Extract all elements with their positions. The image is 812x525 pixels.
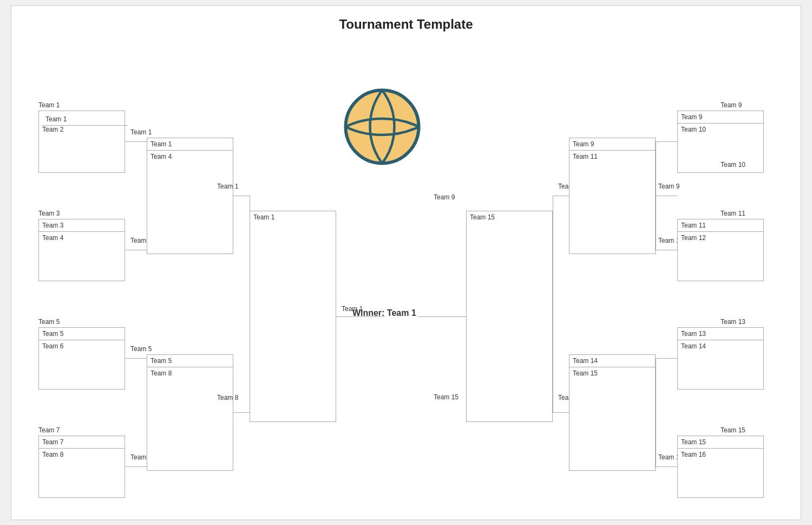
lr1b4-bot: Team 8	[39, 449, 125, 461]
seed-label-t13: Team 13	[721, 318, 745, 326]
page-title: Tournament Template	[22, 17, 790, 32]
basketball-icon	[342, 86, 423, 167]
right-r1-box-4: Team 15 Team 16	[677, 436, 764, 498]
conn-r2-v	[553, 196, 553, 412]
seed-label-t1: Team 1	[38, 101, 60, 109]
lr3b-top: Team 1	[250, 211, 336, 223]
lr2b1-top: Team 1	[147, 138, 233, 151]
lr1b2-bot: Team 4	[39, 232, 125, 244]
seed-label-t9: Team 9	[721, 101, 742, 109]
lr2-label-1: Team 1	[130, 128, 152, 136]
rr3b-top: Team 15	[467, 211, 552, 223]
lr1b4-top: Team 7	[39, 436, 125, 449]
conn-l1-4	[125, 466, 147, 467]
rr1-label-t9: Team 9	[658, 183, 679, 190]
rr1b2-top: Team 11	[678, 219, 763, 232]
lr2-label-3: Team 5	[130, 345, 152, 353]
left-r2-box-2: Team 5 Team 8	[147, 354, 233, 471]
seed-label-t7: Team 7	[38, 426, 60, 434]
lr1b3-bot: Team 6	[39, 340, 125, 352]
left-r1-box-2: Team 3 Team 4	[38, 219, 125, 281]
conn-r2-2	[553, 412, 569, 413]
bracket-container: Tournament Template Team 1 Team 2 Team 3…	[11, 5, 801, 520]
lr3-label-bot: Team 8	[217, 394, 238, 401]
left-r1-box-3: Team 5 Team 6	[38, 327, 125, 390]
seed-label-t10: Team 10	[721, 161, 745, 168]
rr1b2-bot: Team 12	[678, 232, 763, 244]
rr2b1-top: Team 9	[569, 138, 655, 151]
conn-l1-3	[125, 358, 147, 359]
rr2b2-bot: Team 15	[569, 367, 655, 379]
rr1b4-bot: Team 16	[678, 449, 763, 461]
conn-l1-2	[125, 250, 147, 250]
lr2b1-bot: Team 4	[147, 151, 233, 163]
seed-label-t3: Team 3	[38, 210, 60, 217]
conn-r2-1	[553, 196, 569, 196]
rr1b1-bot: Team 10	[678, 124, 763, 135]
seed-label-t15: Team 15	[721, 426, 745, 434]
lr3-label: Team 1	[217, 183, 238, 190]
conn-l2-1	[233, 196, 250, 196]
left-r1-box-4: Team 7 Team 8	[38, 436, 125, 498]
lr1b2-top: Team 3	[39, 219, 125, 232]
bracket-area: Team 1 Team 2 Team 3 Team 4 Team 5 Team …	[22, 43, 790, 509]
rr2b2-top: Team 14	[569, 355, 655, 367]
right-r1-box-3: Team 13 Team 14	[677, 327, 764, 390]
rr1b4-top: Team 15	[678, 436, 763, 449]
left-r3-box: Team 1	[250, 211, 336, 422]
conn-l1-1	[125, 141, 147, 142]
rr1b3-top: Team 13	[678, 328, 763, 340]
conn-rr1-4	[656, 466, 677, 467]
lr2b2-top: Team 5	[147, 355, 233, 367]
right-r3-box: Team 15	[466, 211, 553, 422]
right-r1-box-2: Team 11 Team 12	[677, 219, 764, 281]
center-right-finalist-top: Team 9	[434, 193, 455, 201]
left-r1-box-1: Team 1 Team 2	[38, 111, 125, 173]
conn-r1-1	[656, 196, 677, 196]
center-right-finalist-bot: Team 15	[434, 393, 459, 401]
right-r2-box-2: Team 14 Team 15	[569, 354, 656, 471]
conn-rr1-1	[656, 141, 677, 142]
left-r2-box-1: Team 1 Team 4	[147, 138, 233, 254]
seed-label-t5: Team 5	[38, 318, 60, 326]
lr2b2-bot: Team 8	[147, 367, 233, 379]
conn-rr1-v2	[656, 358, 656, 466]
conn-rr1-2	[656, 250, 677, 250]
conn-rr1-3	[656, 358, 677, 359]
rr2b1-bot: Team 11	[569, 151, 655, 163]
seed-label-t11: Team 11	[721, 210, 745, 217]
rr1b3-bot: Team 14	[678, 340, 763, 352]
rr1b1-top: Team 9	[678, 111, 763, 124]
right-r2-box-1: Team 9 Team 11	[569, 138, 656, 254]
conn-r3	[417, 316, 466, 317]
conn-l2-2	[233, 412, 250, 413]
lr1b3-top: Team 5	[39, 328, 125, 340]
winner-label: Winner: Team 1	[352, 308, 416, 318]
conn-rr1-v1	[656, 141, 656, 250]
lr1b1-bot: Team 2	[39, 124, 125, 135]
